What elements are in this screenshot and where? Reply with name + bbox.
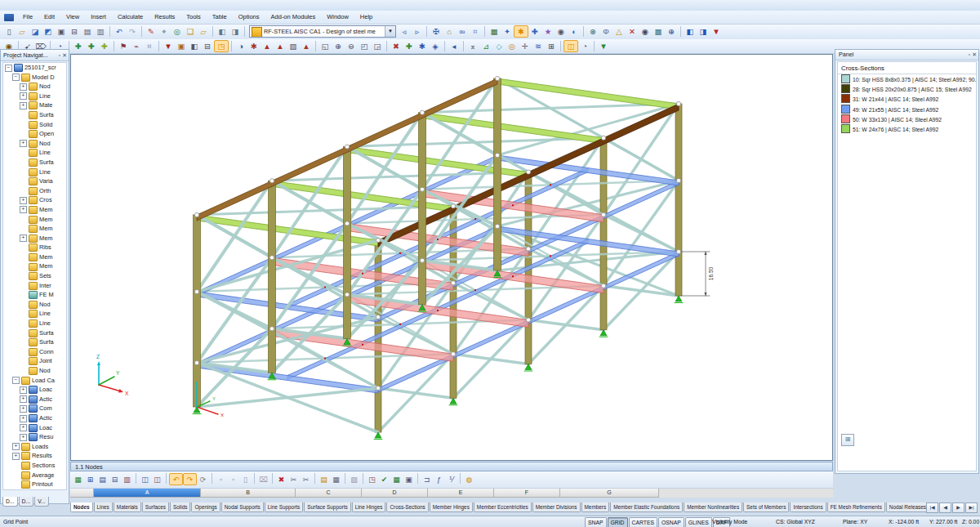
view3-icon[interactable]: ▯ bbox=[239, 473, 252, 485]
import-icon[interactable]: ◪ bbox=[29, 25, 42, 38]
viewy-icon[interactable]: ✚ bbox=[403, 40, 416, 52]
tree-item-line[interactable]: +Line bbox=[3, 309, 66, 319]
open-icon[interactable]: ▱ bbox=[16, 25, 29, 38]
mode6-icon[interactable]: ≋ bbox=[532, 40, 545, 52]
tgl1-icon[interactable]: ◫ bbox=[564, 40, 578, 52]
tree-item-joint[interactable]: +Joint bbox=[3, 356, 66, 366]
tree-item-cros[interactable]: +Cros bbox=[3, 195, 66, 205]
tab-scroll-3[interactable]: ▶| bbox=[965, 502, 978, 513]
surface-icon[interactable]: ✚ bbox=[98, 40, 111, 52]
tree-item-sets[interactable]: +Sets bbox=[3, 271, 66, 281]
refresh-icon[interactable]: ⟳ bbox=[197, 473, 209, 485]
tab-intersections[interactable]: Intersections bbox=[790, 502, 826, 512]
tab-members[interactable]: Members bbox=[581, 502, 610, 512]
delete-icon[interactable]: ✕ bbox=[626, 25, 639, 38]
panel-control-button[interactable]: ⊞ bbox=[841, 434, 854, 446]
legend-item-3[interactable]: 49: W 21x55 | AISC 14; Steel A992 bbox=[838, 105, 976, 114]
tree-expander[interactable]: + bbox=[20, 434, 27, 441]
folder2-icon[interactable]: ▱ bbox=[197, 25, 210, 38]
close-icon[interactable]: ✕ bbox=[972, 51, 977, 57]
tab-nodal-releases[interactable]: Nodal Releases bbox=[886, 502, 929, 512]
link-icon[interactable]: ∞ bbox=[456, 25, 469, 38]
print-icon[interactable]: ⊟ bbox=[68, 25, 81, 38]
tree-item-251017scr[interactable]: −251017_scr bbox=[3, 63, 66, 73]
menu-add-on-modules[interactable]: Add-on Modules bbox=[265, 11, 322, 24]
column-header-C[interactable]: C bbox=[296, 489, 362, 498]
tab-lines[interactable]: Lines bbox=[94, 502, 113, 512]
tree-item-line[interactable]: +Line bbox=[3, 167, 66, 177]
legend-item-0[interactable]: 10: Sqr HSS 8x8x0.375 | AISC 14; Steel A… bbox=[838, 74, 976, 84]
delete-row-icon[interactable]: ✖ bbox=[275, 473, 287, 485]
mode3-icon[interactable]: ◇ bbox=[492, 40, 506, 52]
tree-item-line[interactable]: +Line bbox=[3, 92, 66, 101]
tree-item-loads[interactable]: +Loads bbox=[3, 442, 66, 452]
tree-item-nod[interactable]: +Nod bbox=[3, 82, 66, 92]
gen4-icon[interactable]: ▲ bbox=[274, 40, 287, 52]
mesh-icon[interactable]: ▦ bbox=[488, 25, 501, 38]
view3d-icon[interactable]: ◈ bbox=[429, 40, 442, 52]
copy-icon[interactable]: ▤ bbox=[81, 25, 94, 38]
tree-item-printout[interactable]: +Printout bbox=[3, 480, 66, 489]
tree-item-fem[interactable]: +FE M bbox=[3, 290, 66, 300]
calc-icon[interactable]: ⅟ bbox=[445, 473, 457, 485]
tab-member-eccentricities[interactable]: Member Eccentricities bbox=[474, 502, 532, 512]
fx-icon[interactable]: ▩ bbox=[652, 25, 665, 38]
pin-icon[interactable]: ▫ bbox=[969, 51, 970, 57]
navigator-tab-2[interactable]: V... bbox=[34, 497, 49, 507]
table-title-bar[interactable]: 1.1 Nodes bbox=[70, 462, 833, 471]
toggle-snap[interactable]: SNAP bbox=[585, 517, 607, 527]
model-view-canvas[interactable]: 16.50XYZXY bbox=[71, 55, 832, 460]
move-icon[interactable]: ✠ bbox=[430, 25, 443, 38]
column-header-B[interactable]: B bbox=[201, 489, 296, 498]
tree-expander[interactable]: + bbox=[20, 206, 27, 213]
tab-line-hinges[interactable]: Line Hinges bbox=[352, 502, 386, 512]
axes-icon[interactable]: Φ bbox=[599, 25, 612, 38]
tab-fe-mesh-refinements[interactable]: FE Mesh Refinements bbox=[827, 502, 885, 512]
tab-solids[interactable]: Solids bbox=[170, 502, 190, 512]
tree-item-solid[interactable]: +Solid bbox=[3, 120, 66, 130]
camera-icon[interactable]: ◉ bbox=[639, 25, 652, 38]
table-import-icon[interactable]: ▥ bbox=[121, 473, 133, 485]
tab-member-hinges[interactable]: Member Hinges bbox=[430, 502, 473, 512]
tree-item-surfa[interactable]: +Surfa bbox=[3, 328, 66, 338]
mode2-icon[interactable]: ⊿ bbox=[479, 40, 492, 52]
menu-view[interactable]: View bbox=[60, 11, 85, 24]
tab-sets-of-members[interactable]: Sets of Members bbox=[743, 502, 789, 512]
chain-icon[interactable]: ⊗ bbox=[586, 25, 599, 38]
app-menu-icon[interactable] bbox=[4, 14, 14, 21]
tree-item-loac[interactable]: +Loac bbox=[3, 385, 66, 395]
tree-item-mem[interactable]: +Mem bbox=[3, 234, 66, 243]
undo-icon[interactable]: ↶ bbox=[113, 25, 126, 38]
tab-surface-supports[interactable]: Surface Supports bbox=[304, 502, 350, 512]
menu-tools[interactable]: Tools bbox=[180, 11, 207, 24]
new-icon[interactable]: ▯ bbox=[2, 25, 16, 38]
gen2-icon[interactable]: ✱ bbox=[247, 40, 261, 52]
legend-item-4[interactable]: 50: W 33x130 | AISC 14; Steel A992 bbox=[838, 114, 976, 124]
pan-icon[interactable]: ◰ bbox=[358, 40, 371, 52]
tree-item-line[interactable]: +Line bbox=[3, 319, 66, 328]
tree-expander[interactable]: + bbox=[20, 83, 27, 91]
tree-item-surfa[interactable]: +Surfa bbox=[3, 337, 66, 347]
legend-item-2[interactable]: 31: W 21x44 | AISC 14; Steel A992 bbox=[838, 94, 976, 104]
viewx-icon[interactable]: ✖ bbox=[390, 40, 403, 52]
menu-help[interactable]: Help bbox=[354, 11, 378, 24]
globe-icon[interactable]: ◎ bbox=[171, 25, 184, 38]
tree-item-mem[interactable]: +Mem bbox=[3, 205, 66, 215]
tree-item-sections[interactable]: +Sections bbox=[3, 461, 66, 471]
save-icon[interactable]: ▣ bbox=[55, 25, 68, 38]
undo-icon[interactable]: ↶ bbox=[169, 473, 183, 485]
render-model-icon[interactable]: ✚ bbox=[528, 25, 541, 38]
tab-scroll-2[interactable]: ▶ bbox=[952, 502, 964, 513]
lock-icon[interactable]: ◍ bbox=[463, 473, 475, 485]
tree-item-surfa[interactable]: +Surfa bbox=[3, 158, 66, 167]
zoom-out-icon[interactable]: ⊖ bbox=[345, 40, 358, 52]
pick-icon[interactable]: ◳ bbox=[366, 473, 378, 485]
brush-icon[interactable]: ▼ bbox=[710, 25, 723, 38]
tree-item-loac[interactable]: +Loac bbox=[3, 423, 66, 433]
toggle-cartes[interactable]: CARTES bbox=[629, 517, 657, 527]
tree-item-actic[interactable]: +Actic bbox=[3, 413, 66, 423]
tab-member-nonlinearities[interactable]: Member Nonlinearities bbox=[684, 502, 742, 512]
edit-cell-icon[interactable]: ▨ bbox=[348, 473, 360, 485]
row-delete-icon[interactable]: ◫ bbox=[151, 473, 163, 485]
tree-item-mem[interactable]: +Mem bbox=[3, 215, 66, 225]
